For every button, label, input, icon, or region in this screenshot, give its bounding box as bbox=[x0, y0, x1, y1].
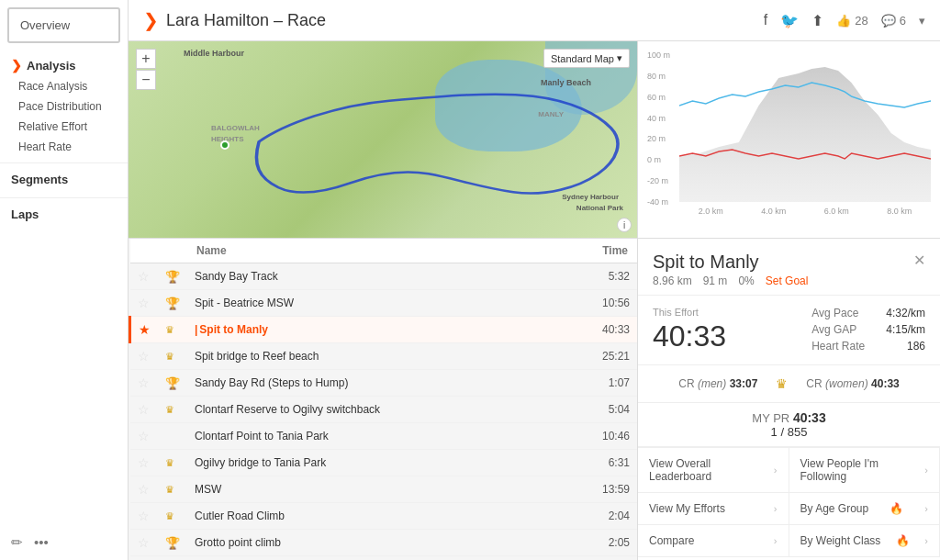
like-button[interactable]: 👍 28 bbox=[836, 14, 867, 28]
compare-link[interactable]: Compare › bbox=[638, 525, 789, 557]
name-cell: Sandy Bay Rd (Steps to Hump) bbox=[187, 370, 556, 397]
time-cell: 25:21 bbox=[556, 343, 637, 370]
avg-gap-stat: Avg GAP 4:15/km bbox=[811, 323, 925, 336]
heart-rate-stat: Heart Rate 186 bbox=[811, 340, 925, 353]
page-title: ❯ Lara Hamilton – Race bbox=[143, 9, 326, 31]
set-goal-link[interactable]: Set Goal bbox=[766, 274, 809, 287]
page-header: ❯ Lara Hamilton – Race f 🐦 ⬆ 👍 28 💬 6 ▾ bbox=[129, 0, 940, 41]
sidebar-item-race-analysis[interactable]: Race Analysis bbox=[0, 76, 128, 96]
by-age-group-link[interactable]: By Age Group 🔥 › bbox=[789, 493, 941, 525]
time-cell: 13:59 bbox=[556, 476, 637, 503]
col-star bbox=[130, 239, 159, 263]
star-button[interactable]: ☆ bbox=[138, 375, 150, 390]
trophy-cell: ♛ bbox=[158, 476, 187, 503]
name-cell: Sandy Bay Track bbox=[187, 263, 556, 290]
star-button[interactable]: ☆ bbox=[138, 269, 150, 284]
thumbs-up-icon: 👍 bbox=[836, 14, 851, 28]
star-button[interactable]: ☆ bbox=[138, 535, 150, 550]
segment-effort: This Effort 40:33 Avg Pace 4:32/km Avg G… bbox=[638, 296, 940, 365]
sidebar-laps[interactable]: Laps bbox=[0, 197, 128, 229]
trophy-cell: ♛ bbox=[158, 343, 187, 370]
table-row[interactable]: ☆ 🏆 Sandy Bay Track 5:32 bbox=[130, 263, 638, 290]
map-zoom-out-button[interactable]: − bbox=[136, 70, 156, 90]
share-icon[interactable]: ⬆ bbox=[811, 12, 823, 29]
trophy-gold-icon: 🏆 bbox=[165, 297, 180, 310]
table-row[interactable]: ☆ ♛ Ogilvy bridge to Tania Park 6:31 bbox=[130, 450, 638, 476]
star-button[interactable]: ☆ bbox=[138, 455, 150, 470]
table-row[interactable]: ☆ 🏆 Grotto point climb 2:05 bbox=[130, 530, 638, 556]
chart-x-4km: 4.0 km bbox=[761, 207, 786, 216]
avg-gap-value: 4:15/km bbox=[886, 323, 925, 336]
facebook-icon[interactable]: f bbox=[764, 12, 767, 28]
table-row[interactable]: ☆ Clontarf Point to Tania Park 10:46 bbox=[130, 423, 638, 450]
segments-table: Name Time ☆ 🏆 Sandy Bay Track 5:32 ☆ 🏆 S… bbox=[129, 239, 637, 560]
trophy-cell: ♛ bbox=[158, 450, 187, 476]
table-row[interactable]: ☆ ♛ Cutler Road Climb 2:04 bbox=[130, 503, 638, 530]
elevation-chart: 100 m 80 m 60 m 40 m 20 m 0 m -20 m -40 … bbox=[638, 41, 940, 239]
chart-y-100: 100 m bbox=[647, 50, 679, 60]
map-zoom-in-button[interactable]: + bbox=[136, 49, 156, 69]
view-leaderboard-label: View Overall Leaderboard bbox=[649, 457, 774, 483]
sidebar-segments[interactable]: Segments bbox=[0, 162, 128, 194]
chart-x-6km: 6.0 km bbox=[824, 207, 849, 216]
twitter-icon[interactable]: 🐦 bbox=[780, 12, 799, 29]
table-row[interactable]: ☆ 🏆 Spit - Beatrice MSW 10:56 bbox=[130, 290, 638, 317]
map-container: Middle Harbour Manly Beach BALGOWLAH HEI… bbox=[129, 41, 637, 239]
star-cell: ☆ bbox=[130, 556, 159, 561]
name-cell: Cutler Road Climb bbox=[187, 503, 556, 530]
sidebar-overview[interactable]: Overview bbox=[7, 7, 120, 43]
close-button[interactable]: ✕ bbox=[913, 252, 925, 269]
table-row[interactable]: ★ ♛ |Spit to Manly 40:33 bbox=[130, 317, 638, 343]
table-row[interactable]: ☆ 🏆 Sandy Bay Rd (Steps to Hump) 1:07 bbox=[130, 370, 638, 397]
map-controls: + − bbox=[136, 49, 156, 90]
comment-button[interactable]: 💬 6 bbox=[881, 14, 906, 28]
star-cell: ☆ bbox=[130, 530, 159, 556]
star-button[interactable]: ☆ bbox=[138, 349, 150, 364]
trophy-gold-icon: 🏆 bbox=[165, 536, 180, 550]
sidebar-item-relative-effort[interactable]: Relative Effort bbox=[0, 117, 128, 137]
trophy-crown-icon: ♛ bbox=[165, 324, 174, 335]
map-type-label: Standard Map bbox=[551, 53, 614, 64]
chevron-right-icon: › bbox=[774, 465, 778, 476]
table-row[interactable]: ☆ ♛ Clontarf Reserve to Ogilvy switchbac… bbox=[130, 397, 638, 423]
segment-elevation: 91 m bbox=[703, 274, 728, 287]
segment-name-text: Clontarf Point to Tania Park bbox=[195, 430, 329, 442]
time-cell: 5:32 bbox=[556, 263, 637, 290]
time-cell: 1:07 bbox=[556, 370, 637, 397]
col-name: Name bbox=[187, 239, 556, 263]
my-pr-time: 40:33 bbox=[793, 410, 826, 425]
comment-icon: 💬 bbox=[881, 14, 896, 28]
time-cell: 6:31 bbox=[556, 450, 637, 476]
more-options-button[interactable]: ••• bbox=[34, 534, 49, 551]
map-type-button[interactable]: Standard Map ▾ bbox=[543, 49, 630, 68]
segment-detail-title: Spit to Manly bbox=[653, 252, 808, 273]
view-efforts-link[interactable]: View My Efforts › bbox=[638, 493, 789, 525]
chart-y-0: 0 m bbox=[647, 155, 679, 164]
table-row[interactable]: ☆ ♛ Spit bridge to Reef beach 25:21 bbox=[130, 343, 638, 370]
map-info-button[interactable]: i bbox=[617, 218, 632, 232]
table-row[interactable]: ☆ ♛ Dobroyd Scenic Dr Climb 3:32 bbox=[130, 556, 638, 561]
view-following-link[interactable]: View People I'm Following › bbox=[789, 448, 941, 493]
star-button[interactable]: ★ bbox=[139, 322, 151, 337]
sidebar-actions: ✏ ••• bbox=[0, 525, 128, 560]
main-content: ❯ Lara Hamilton – Race f 🐦 ⬆ 👍 28 💬 6 ▾ bbox=[129, 0, 940, 560]
by-weight-class-link[interactable]: By Weight Class 🔥 › bbox=[789, 525, 941, 557]
star-button[interactable]: ☆ bbox=[138, 402, 150, 417]
chevron-right-icon: › bbox=[774, 535, 778, 546]
segment-detail: Spit to Manly 8.96 km 91 m 0% Set Goal ✕ bbox=[638, 239, 940, 560]
dropdown-button[interactable]: ▾ bbox=[919, 14, 925, 28]
star-button[interactable]: ☆ bbox=[138, 296, 150, 310]
view-leaderboard-link[interactable]: View Overall Leaderboard › bbox=[638, 448, 789, 493]
table-row[interactable]: ☆ ♛ MSW 13:59 bbox=[130, 476, 638, 503]
rank-block: 1 / 855 bbox=[653, 425, 925, 439]
star-button[interactable]: ☆ bbox=[138, 509, 150, 523]
star-button[interactable]: ☆ bbox=[138, 429, 150, 443]
sidebar-item-pace-distribution[interactable]: Pace Distribution bbox=[0, 96, 128, 117]
star-button[interactable]: ☆ bbox=[138, 482, 150, 497]
effort-label: This Effort bbox=[653, 307, 726, 318]
chart-y-20: 20 m bbox=[647, 134, 679, 143]
rank-number: 1 bbox=[771, 425, 778, 439]
sidebar-item-heart-rate[interactable]: Heart Rate bbox=[0, 137, 128, 157]
svg-marker-0 bbox=[679, 67, 931, 202]
edit-button[interactable]: ✏ bbox=[11, 534, 23, 551]
